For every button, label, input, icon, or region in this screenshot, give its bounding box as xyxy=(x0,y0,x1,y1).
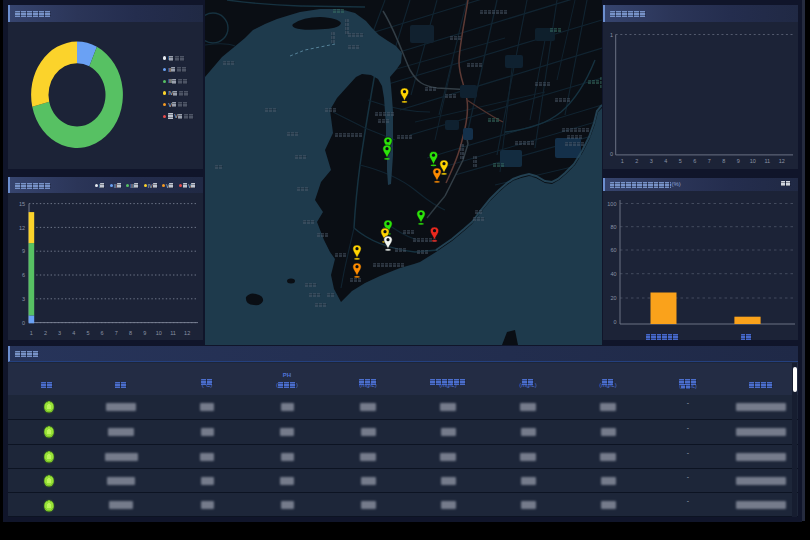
svg-text:5: 5 xyxy=(679,158,682,164)
svg-text:11: 11 xyxy=(170,330,176,336)
svg-text:5: 5 xyxy=(86,330,89,336)
svg-text:0: 0 xyxy=(613,319,616,325)
svg-text:2: 2 xyxy=(44,330,47,336)
svg-text:40: 40 xyxy=(610,271,616,277)
svg-text:60: 60 xyxy=(610,247,616,253)
svg-text:2: 2 xyxy=(635,158,638,164)
svg-text:100: 100 xyxy=(607,201,616,207)
svg-text:0: 0 xyxy=(610,151,613,157)
svg-text:12: 12 xyxy=(184,330,190,336)
svg-text:9: 9 xyxy=(22,248,25,254)
svg-text:15: 15 xyxy=(19,201,25,207)
svg-text:3: 3 xyxy=(58,330,61,336)
svg-text:80: 80 xyxy=(610,224,616,230)
svg-text:10: 10 xyxy=(750,158,756,164)
svg-text:7: 7 xyxy=(115,330,118,336)
svg-text:1: 1 xyxy=(610,32,613,38)
svg-text:12: 12 xyxy=(19,225,25,231)
svg-text:6: 6 xyxy=(693,158,696,164)
svg-text:4: 4 xyxy=(664,158,667,164)
svg-text:7: 7 xyxy=(708,158,711,164)
svg-text:20: 20 xyxy=(610,295,616,301)
svg-text:9: 9 xyxy=(737,158,740,164)
svg-text:12: 12 xyxy=(779,158,785,164)
svg-text:10: 10 xyxy=(156,330,162,336)
svg-text:9: 9 xyxy=(143,330,146,336)
svg-text:3: 3 xyxy=(22,296,25,302)
svg-text:6: 6 xyxy=(101,330,104,336)
svg-text:6: 6 xyxy=(22,272,25,278)
svg-text:1: 1 xyxy=(30,330,33,336)
svg-text:3: 3 xyxy=(650,158,653,164)
svg-text:4: 4 xyxy=(72,330,75,336)
svg-text:11: 11 xyxy=(764,158,770,164)
svg-text:1: 1 xyxy=(621,158,624,164)
svg-text:8: 8 xyxy=(129,330,132,336)
svg-text:0: 0 xyxy=(22,320,25,326)
svg-text:8: 8 xyxy=(722,158,725,164)
